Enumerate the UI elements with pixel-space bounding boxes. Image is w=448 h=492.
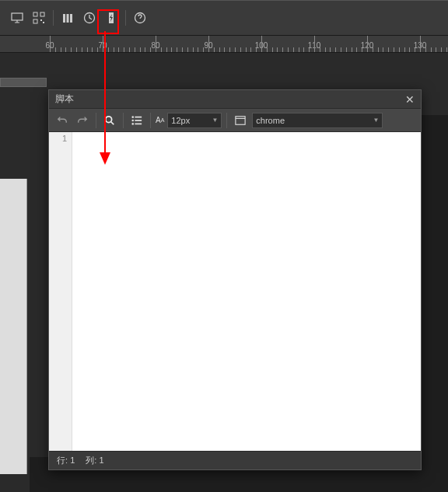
svg-point-16 bbox=[131, 119, 134, 121]
editor-content[interactable] bbox=[72, 132, 421, 451]
svg-rect-19 bbox=[135, 123, 142, 124]
timeline-clip[interactable] bbox=[0, 78, 47, 87]
toolbar-separator bbox=[53, 10, 54, 26]
svg-rect-8 bbox=[70, 14, 72, 23]
svg-rect-7 bbox=[67, 14, 69, 23]
fontsize-icon: AA bbox=[156, 112, 164, 129]
svg-rect-3 bbox=[33, 19, 37, 23]
svg-rect-4 bbox=[40, 19, 42, 21]
help-icon[interactable] bbox=[131, 9, 149, 27]
status-col: 列: 1 bbox=[86, 455, 103, 466]
svg-point-14 bbox=[131, 116, 134, 118]
svg-rect-6 bbox=[63, 14, 65, 23]
timeline-ruler[interactable]: 60708090100110120130 bbox=[0, 36, 448, 53]
close-icon[interactable]: ✕ bbox=[405, 93, 415, 106]
svg-rect-1 bbox=[33, 12, 37, 16]
top-toolbar bbox=[0, 0, 448, 36]
svg-point-13 bbox=[106, 116, 112, 122]
fontsize-select[interactable]: 12px ▼ bbox=[167, 113, 222, 128]
panel-statusbar: 行: 1 列: 1 bbox=[49, 451, 421, 469]
svg-point-18 bbox=[131, 123, 134, 125]
redo-button[interactable] bbox=[74, 112, 91, 129]
window-icon bbox=[232, 112, 249, 129]
panel-title: 脚本 bbox=[55, 92, 74, 106]
svg-rect-17 bbox=[135, 120, 142, 121]
script-bolt-icon[interactable] bbox=[102, 9, 121, 27]
script-panel: 脚本 ✕ AA 12px ▼ chrome ▼ 1 行: 1 列: 1 bbox=[48, 89, 422, 470]
panel-toolbar: AA 12px ▼ chrome ▼ bbox=[49, 109, 421, 132]
fontsize-value: 12px bbox=[171, 116, 190, 125]
chevron-down-icon: ▼ bbox=[373, 117, 379, 124]
svg-rect-20 bbox=[236, 116, 245, 124]
bars-icon[interactable] bbox=[58, 9, 77, 27]
clock-icon[interactable] bbox=[80, 9, 99, 27]
toolbar-separator bbox=[96, 113, 96, 128]
toolbar-separator bbox=[125, 10, 126, 26]
qr-icon[interactable] bbox=[30, 9, 48, 27]
chevron-down-icon: ▼ bbox=[212, 117, 218, 124]
toolbar-separator bbox=[226, 113, 227, 128]
left-panel bbox=[0, 179, 27, 474]
panel-header[interactable]: 脚本 ✕ bbox=[49, 90, 421, 109]
toolbar-separator bbox=[123, 113, 124, 128]
toolbar-separator bbox=[150, 113, 151, 128]
undo-button[interactable] bbox=[54, 112, 71, 129]
code-editor[interactable]: 1 bbox=[49, 132, 421, 451]
svg-rect-15 bbox=[135, 116, 142, 117]
search-icon[interactable] bbox=[101, 112, 118, 129]
svg-rect-0 bbox=[12, 13, 23, 20]
browser-value: chrome bbox=[256, 116, 285, 125]
monitor-icon[interactable] bbox=[8, 9, 26, 27]
line-gutter: 1 bbox=[49, 132, 72, 451]
line-number: 1 bbox=[49, 134, 67, 143]
svg-rect-2 bbox=[40, 12, 44, 16]
status-row: 行: 1 bbox=[57, 455, 75, 466]
list-icon[interactable] bbox=[128, 112, 145, 129]
svg-rect-5 bbox=[43, 22, 44, 23]
browser-select[interactable]: chrome ▼ bbox=[252, 113, 383, 128]
